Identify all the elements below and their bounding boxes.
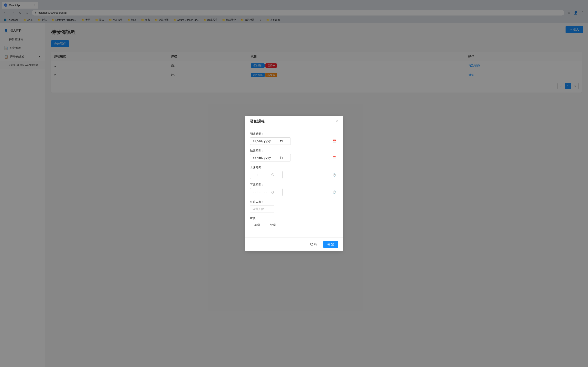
calendar-icon-end: 📅 <box>333 156 336 159</box>
class-end-group: 下課時間： 🕐 <box>250 183 338 196</box>
confirm-button[interactable]: 確 定 <box>323 241 338 248</box>
class-end-label: 下課時間： <box>250 183 338 187</box>
modal-footer: 取 消 確 定 <box>245 237 343 251</box>
class-start-group: 上課時間： 🕐 <box>250 166 338 179</box>
end-date-label: 結課時間： <box>250 149 338 152</box>
calendar-icon-start: 📅 <box>333 140 336 143</box>
end-date-input-wrap: 📅 <box>250 154 338 161</box>
modal-close-button[interactable]: × <box>336 119 338 123</box>
start-date-group: 開課時間： 📅 <box>250 132 338 145</box>
modal-overlay: 發佈課程 × 開課時間： 📅 結課時間： 📅 上課時間： <box>0 0 588 367</box>
repeat-single-week-button[interactable]: 單週 <box>250 222 264 228</box>
end-date-input[interactable] <box>250 154 291 161</box>
start-date-input-wrap: 📅 <box>250 137 338 145</box>
cancel-button[interactable]: 取 消 <box>306 241 321 248</box>
class-start-input[interactable] <box>250 171 283 179</box>
clock-icon-end: 🕐 <box>333 191 336 194</box>
clock-icon-start: 🕐 <box>333 173 336 176</box>
repeat-label: 重覆： <box>250 217 338 220</box>
start-date-label: 開課時間： <box>250 132 338 136</box>
modal-title: 發佈課程 <box>250 119 265 124</box>
publish-course-modal: 發佈課程 × 開課時間： 📅 結課時間： 📅 上課時間： <box>245 116 343 251</box>
limit-input[interactable] <box>250 206 274 212</box>
limit-group: 限選人數： <box>250 200 338 212</box>
class-start-label: 上課時間： <box>250 166 338 169</box>
modal-header: 發佈課程 × <box>245 116 343 127</box>
start-date-input[interactable] <box>250 137 291 145</box>
repeat-group-container: 重覆： 單週 雙週 <box>250 217 338 228</box>
class-end-input[interactable] <box>250 188 283 196</box>
modal-body: 開課時間： 📅 結課時間： 📅 上課時間： 🕐 <box>245 127 343 237</box>
end-date-group: 結課時間： 📅 <box>250 149 338 161</box>
class-start-input-wrap: 🕐 <box>250 171 338 179</box>
class-end-input-wrap: 🕐 <box>250 188 338 196</box>
repeat-double-week-button[interactable]: 雙週 <box>266 222 280 228</box>
limit-label: 限選人數： <box>250 200 338 204</box>
repeat-options: 單週 雙週 <box>250 222 338 228</box>
